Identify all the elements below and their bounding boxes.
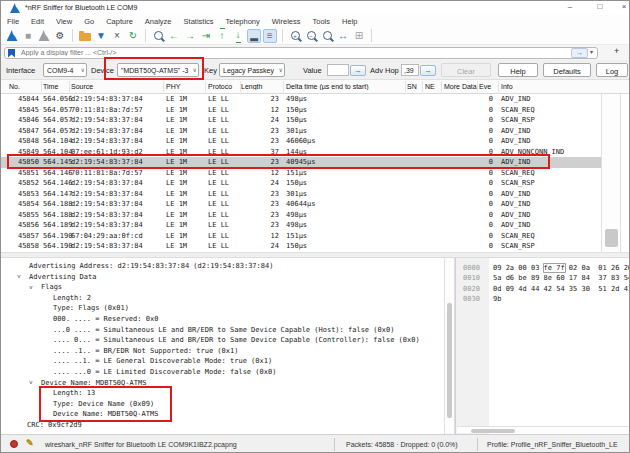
column-header-event[interactable]: Eve: [479, 83, 493, 90]
defaults-button[interactable]: Defaults: [543, 63, 591, 77]
column-header-protocol[interactable]: Protoco: [208, 83, 242, 90]
packet-row[interactable]: 45856564.189d2:19:54:83:37:84LE 1MLE LL2…: [1, 220, 601, 231]
resize-columns-icon[interactable]: ↔: [336, 29, 350, 43]
colorize-icon[interactable]: ≡: [263, 29, 277, 43]
hex-scrollbar[interactable]: [457, 426, 629, 433]
packet-row[interactable]: 45851564.14670:11:81:8a:7d:57LE 1MLE LL1…: [1, 168, 601, 179]
tree-expand-icon[interactable]: >: [28, 285, 35, 289]
start-capture-icon[interactable]: [5, 29, 19, 43]
detail-line[interactable]: Device Name: MDBT50Q-ATMS: [41, 379, 146, 387]
packet-list-scrollbar[interactable]: [601, 94, 621, 252]
menu-help[interactable]: Help: [336, 17, 363, 26]
help-button[interactable]: Help: [498, 63, 538, 77]
save-file-icon[interactable]: ▼: [94, 29, 108, 43]
packet-row[interactable]: 45853564.147d2:19:54:83:37:84LE 1MLE LL2…: [1, 189, 601, 200]
detail-line[interactable]: Length: 13: [53, 389, 95, 397]
go-forward-icon[interactable]: →: [183, 29, 197, 43]
filter-dropdown-caret-icon[interactable]: ▾: [590, 48, 593, 55]
stop-capture-icon[interactable]: ■: [21, 29, 35, 43]
clear-button[interactable]: Clear: [441, 63, 491, 77]
column-header-ne[interactable]: NE: [425, 83, 442, 90]
go-to-top-icon[interactable]: ↑: [215, 29, 229, 43]
scrollbar-thumb[interactable]: [471, 429, 515, 433]
key-select[interactable]: Legacy Passkey∨: [219, 63, 285, 77]
packet-row[interactable]: 45846564.057d2:19:54:83:37:84LE 1MLE LL2…: [1, 115, 601, 126]
packet-row[interactable]: 45850564.145d2:19:54:83:37:84LE 1MLE LL2…: [1, 157, 601, 168]
capture-options-icon[interactable]: ⚙: [53, 29, 67, 43]
value-input[interactable]: [327, 64, 349, 76]
packet-row[interactable]: 45845564.05770:11:81:8a:7d:57LE 1MLE LL1…: [1, 105, 601, 116]
minimize-button[interactable]: –: [563, 2, 577, 11]
detail-line[interactable]: Device Name: MDBT50Q-ATMS: [53, 410, 158, 418]
add-filter-button[interactable]: +: [614, 46, 619, 56]
menu-view[interactable]: View: [50, 17, 78, 26]
go-to-bottom-icon[interactable]: ↓: [231, 29, 245, 43]
hex-bytes[interactable]: 09 2a 00 03 fe 7f 02 0a 01 26 20: [493, 264, 630, 272]
column-header-sn[interactable]: SN: [407, 83, 423, 90]
menu-go[interactable]: Go: [78, 17, 100, 26]
open-file-icon[interactable]: [78, 29, 92, 43]
maximize-button[interactable]: □: [593, 2, 607, 11]
detail-line[interactable]: Length: 2: [53, 294, 91, 302]
menu-wireless[interactable]: Wireless: [266, 17, 307, 26]
find-packet-icon[interactable]: [151, 29, 165, 43]
column-header-phy[interactable]: PHY: [166, 83, 206, 90]
menu-analyze[interactable]: Analyze: [139, 17, 178, 26]
tree-expand-icon[interactable]: >: [28, 381, 35, 385]
zoom-original-icon[interactable]: [320, 29, 334, 43]
column-header-info[interactable]: Info: [501, 83, 627, 90]
display-filter-input[interactable]: [4, 47, 598, 59]
advhop-input[interactable]: ,39: [401, 64, 419, 76]
zoom-out-icon[interactable]: −: [304, 29, 318, 43]
profile-name[interactable]: Profile: Profile_nRF_Sniffer_Bluetooth_L…: [487, 441, 618, 448]
packet-row[interactable]: 45849564.10407:ee:61:1d:93:d2LE 1MLE LL3…: [1, 147, 601, 158]
close-file-icon[interactable]: ×: [110, 29, 124, 43]
packet-row[interactable]: 45855564.188d2:19:54:83:37:84LE 1MLE LL2…: [1, 210, 601, 221]
advhop-apply-button[interactable]: →: [420, 65, 436, 76]
detail-line[interactable]: Flags: [41, 283, 62, 291]
detail-line[interactable]: .... ...0 = LE Limited Discoverable Mode…: [53, 368, 276, 376]
packet-row[interactable]: 45847564.057d2:19:54:83:37:84LE 1MLE LL2…: [1, 126, 601, 137]
hex-bytes[interactable]: 9b: [493, 295, 501, 303]
menu-capture[interactable]: Capture: [100, 17, 139, 26]
detail-line[interactable]: Type: Flags (0x01): [53, 304, 129, 312]
column-header-delta[interactable]: Delta time (µs end to start): [286, 83, 404, 90]
packet-row[interactable]: 45854564.188d2:19:54:83:37:84LE 1MLE LL2…: [1, 199, 601, 210]
value-apply-button[interactable]: →: [350, 65, 366, 76]
reload-file-icon[interactable]: ↻: [126, 29, 140, 43]
hex-bytes[interactable]: 5a d6 be 89 8e 60 17 84 37 83 54: [493, 274, 630, 282]
close-button[interactable]: ×: [617, 2, 630, 11]
zoom-in-icon[interactable]: +: [288, 29, 302, 43]
detail-line[interactable]: .... .1.. = BR/EDR Not Supported: true (…: [53, 347, 238, 355]
tree-expand-icon[interactable]: >: [16, 275, 23, 279]
go-back-icon[interactable]: ←: [167, 29, 181, 43]
scrollbar-thumb[interactable]: [447, 303, 452, 418]
packet-row[interactable]: 45857564.19067:04:29:aa:0f:cdLE 1MLE LL1…: [1, 231, 601, 242]
column-header-time[interactable]: Time: [43, 83, 70, 90]
restart-capture-icon[interactable]: [37, 29, 51, 43]
menu-tools[interactable]: Tools: [307, 17, 337, 26]
scrollbar-thumb[interactable]: [605, 229, 618, 247]
packet-row[interactable]: 45844564.056d2:19:54:83:37:84LE 1MLE LL2…: [1, 94, 601, 105]
detail-line[interactable]: CRC: 0x9cf2d9: [27, 421, 82, 429]
menu-telephony[interactable]: Telephony: [220, 17, 266, 26]
auto-scroll-icon[interactable]: ▂: [247, 29, 261, 43]
detail-line[interactable]: Advertising Address: d2:19:54:83:37:84 (…: [29, 262, 273, 270]
detail-line[interactable]: ...0 .... = Simultaneous LE and BR/EDR t…: [53, 326, 394, 334]
hex-bytes[interactable]: 0d 09 4d 44 42 54 35 30 51 2d 41: [493, 285, 630, 293]
interface-select[interactable]: COM9-4∨: [43, 63, 87, 77]
details-scrollbar[interactable]: [444, 258, 455, 434]
packet-row[interactable]: 45848564.104d2:19:54:83:37:84LE 1MLE LL2…: [1, 136, 601, 147]
menu-statistics[interactable]: Statistics: [178, 17, 220, 26]
packet-row[interactable]: 45852564.146d2:19:54:83:37:84LE 1MLE LL2…: [1, 178, 601, 189]
detail-line[interactable]: .... 0... = Simultaneous LE and BR/EDR t…: [53, 336, 420, 344]
detail-line[interactable]: Advertising Data: [29, 273, 96, 281]
column-header-length[interactable]: Length: [241, 83, 279, 90]
expert-info-icon[interactable]: [10, 440, 18, 448]
menu-file[interactable]: File: [1, 17, 25, 26]
detail-line[interactable]: Type: Device Name (0x09): [53, 400, 154, 408]
columns-icon[interactable]: ⊞: [352, 29, 366, 43]
go-to-packet-icon[interactable]: ⇥: [199, 29, 213, 43]
apply-filter-button[interactable]: →: [571, 48, 588, 58]
menu-edit[interactable]: Edit: [25, 17, 50, 26]
